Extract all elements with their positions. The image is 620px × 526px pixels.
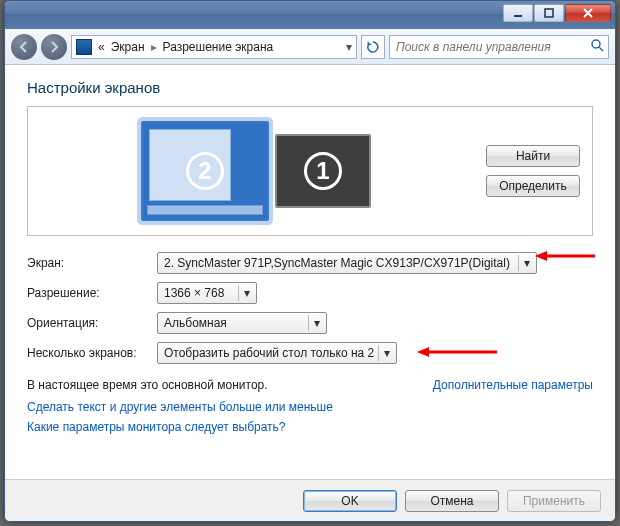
text-size-link[interactable]: Сделать текст и другие элементы больше и…	[27, 400, 593, 414]
address-dropdown-icon[interactable]: ▾	[346, 40, 352, 54]
advanced-settings-link[interactable]: Дополнительные параметры	[433, 378, 593, 392]
svg-rect-1	[545, 9, 553, 17]
multi-displays-select[interactable]: Отобразить рабочий стол только на 2 ▾	[157, 342, 397, 364]
address-bar[interactable]: « Экран ▸ Разрешение экрана ▾	[71, 35, 357, 59]
label-multi-displays: Несколько экранов:	[27, 346, 157, 360]
help-links: Сделать текст и другие элементы больше и…	[27, 400, 593, 434]
apply-button: Применить	[507, 490, 601, 512]
dialog-footer: OK Отмена Применить	[5, 479, 615, 521]
cancel-button[interactable]: Отмена	[405, 490, 499, 512]
breadcrumb-level1[interactable]: Экран	[111, 40, 145, 54]
display-select[interactable]: 2. SyncMaster 971P,SyncMaster Magic CX91…	[157, 252, 537, 274]
monitor-number: 1	[304, 152, 342, 190]
minimize-button[interactable]	[503, 4, 533, 22]
content-area: Настройки экранов 2 1 Найти Определить Э…	[5, 65, 615, 479]
close-button[interactable]	[565, 4, 611, 22]
search-box[interactable]	[389, 35, 609, 59]
breadcrumb-prefix: «	[98, 40, 105, 54]
ok-button[interactable]: OK	[303, 490, 397, 512]
monitor-preview[interactable]: 2 1	[40, 121, 472, 221]
display-settings-window: « Экран ▸ Разрешение экрана ▾ Настройки …	[4, 0, 616, 522]
search-icon[interactable]	[590, 38, 604, 55]
detect-button[interactable]: Определить	[486, 175, 580, 197]
search-input[interactable]	[394, 39, 586, 55]
row-display: Экран: 2. SyncMaster 971P,SyncMaster Mag…	[27, 252, 593, 274]
control-panel-icon	[76, 39, 92, 55]
orientation-select[interactable]: Альбомная ▾	[157, 312, 327, 334]
chevron-down-icon: ▾	[378, 345, 394, 361]
breadcrumb-sep-icon: ▸	[151, 40, 157, 54]
resolution-select-value: 1366 × 768	[164, 286, 224, 300]
refresh-button[interactable]	[361, 35, 385, 59]
orientation-select-value: Альбомная	[164, 316, 227, 330]
row-multi-displays: Несколько экранов: Отобразить рабочий ст…	[27, 342, 593, 364]
svg-rect-0	[514, 15, 522, 17]
titlebar	[5, 1, 615, 29]
breadcrumb-level2[interactable]: Разрешение экрана	[163, 40, 274, 54]
chevron-down-icon: ▾	[238, 285, 254, 301]
monitor-thumb-2[interactable]: 2	[141, 121, 269, 221]
back-button[interactable]	[11, 34, 37, 60]
monitor-taskbar-icon	[147, 205, 263, 215]
monitor-preview-box: 2 1 Найти Определить	[27, 106, 593, 236]
page-title: Настройки экранов	[27, 79, 593, 96]
monitor-thumb-1[interactable]: 1	[275, 134, 371, 208]
label-orientation: Ориентация:	[27, 316, 157, 330]
row-resolution: Разрешение: 1366 × 768 ▾	[27, 282, 593, 304]
multi-displays-select-value: Отобразить рабочий стол только на 2	[164, 346, 374, 360]
label-display: Экран:	[27, 256, 157, 270]
navbar: « Экран ▸ Разрешение экрана ▾	[5, 29, 615, 65]
main-monitor-note: В настоящее время это основной монитор.	[27, 378, 268, 392]
maximize-button[interactable]	[534, 4, 564, 22]
resolution-select[interactable]: 1366 × 768 ▾	[157, 282, 257, 304]
forward-button[interactable]	[41, 34, 67, 60]
note-row: В настоящее время это основной монитор. …	[27, 378, 593, 392]
identify-button[interactable]: Найти	[486, 145, 580, 167]
chevron-down-icon: ▾	[308, 315, 324, 331]
display-select-value: 2. SyncMaster 971P,SyncMaster Magic CX91…	[164, 256, 510, 270]
monitor-number: 2	[186, 152, 224, 190]
which-settings-link[interactable]: Какие параметры монитора следует выбрать…	[27, 420, 593, 434]
label-resolution: Разрешение:	[27, 286, 157, 300]
chevron-down-icon: ▾	[518, 255, 534, 271]
row-orientation: Ориентация: Альбомная ▾	[27, 312, 593, 334]
preview-side-buttons: Найти Определить	[486, 145, 580, 197]
svg-point-2	[592, 40, 600, 48]
